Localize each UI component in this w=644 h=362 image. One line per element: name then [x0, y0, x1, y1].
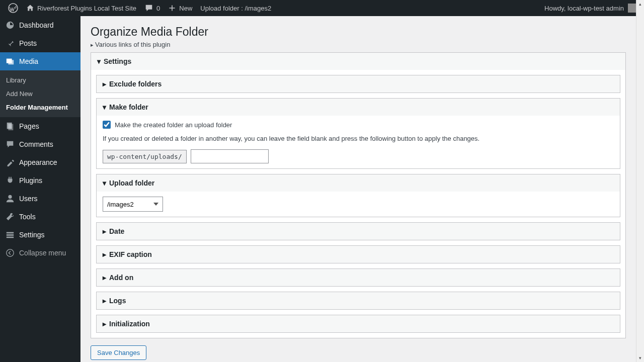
comments-label: Comments	[19, 140, 53, 148]
comment-icon	[144, 4, 153, 13]
howdy-text[interactable]: Howdy, local-wp-test admin	[544, 5, 624, 12]
make-folder-title: Make folder	[109, 103, 148, 111]
svg-rect-8	[7, 237, 14, 238]
chevron-right-icon: ▸	[103, 80, 106, 88]
exclude-folders-title: Exclude folders	[109, 80, 162, 88]
pin-icon	[5, 38, 15, 48]
settings-header[interactable]: ▾ Settings	[91, 53, 625, 70]
date-title: Date	[109, 227, 124, 235]
wp-logo[interactable]	[4, 0, 22, 16]
exclude-folders-panel: ▸ Exclude folders	[96, 75, 620, 93]
sidebar-item-plugins[interactable]: Plugins	[0, 171, 80, 190]
sidebar-item-pages[interactable]: Pages	[0, 117, 80, 135]
sidebar-item-tools[interactable]: Tools	[0, 208, 80, 226]
wordpress-icon	[8, 3, 18, 13]
addon-panel: ▸ Add on	[96, 268, 620, 287]
chevron-right-icon: ▸	[103, 274, 106, 282]
upload-folder-select[interactable]: /images2	[103, 197, 163, 212]
addon-header[interactable]: ▸ Add on	[97, 269, 620, 286]
media-icon	[5, 56, 15, 66]
settings-icon	[5, 230, 15, 240]
date-header[interactable]: ▸ Date	[97, 223, 620, 240]
plus-icon	[168, 4, 176, 12]
new-folder-name-input[interactable]	[191, 149, 269, 163]
scroll-down-icon[interactable]: ▾	[636, 354, 644, 362]
make-upload-folder-checkbox[interactable]	[103, 121, 111, 129]
site-name-link[interactable]: Riverforest Plugins Local Test Site	[22, 0, 140, 16]
submenu-library[interactable]: Library	[0, 73, 80, 87]
init-panel: ▸ Initialization	[96, 315, 620, 333]
chevron-right-icon: ▸	[103, 227, 106, 235]
chevron-right-icon: ▸	[103, 320, 106, 328]
upload-folder-indicator[interactable]: Upload folder : /images2	[196, 0, 275, 16]
appearance-label: Appearance	[19, 158, 57, 166]
chevron-down-icon: ▾	[103, 179, 106, 187]
sidebar-item-settings[interactable]: Settings	[0, 226, 80, 244]
exif-header[interactable]: ▸ EXIF caption	[97, 246, 620, 263]
chevron-down-icon: ▾	[103, 103, 106, 111]
svg-rect-7	[7, 234, 14, 236]
chevron-down-icon: ▾	[97, 57, 101, 65]
make-upload-folder-label: Make the created folder an upload folder	[115, 121, 232, 129]
posts-label: Posts	[19, 39, 37, 47]
upload-folder-panel: ▾ Upload folder /images2	[96, 174, 620, 217]
exclude-folders-header[interactable]: ▸ Exclude folders	[97, 75, 620, 93]
scrollbar[interactable]: ▴ ▾	[636, 0, 644, 362]
pages-icon	[5, 121, 15, 131]
sidebar-item-posts[interactable]: Posts	[0, 34, 80, 52]
upload-folder-title: Upload folder	[109, 179, 154, 187]
dashboard-icon	[5, 20, 15, 30]
comments-count: 0	[156, 5, 160, 12]
collapse-icon	[5, 248, 15, 258]
new-link[interactable]: New	[164, 0, 196, 16]
make-folder-header[interactable]: ▾ Make folder	[97, 99, 620, 116]
logs-panel: ▸ Logs	[96, 292, 620, 310]
comments-icon	[5, 139, 15, 149]
make-folder-description: If you created or deleted a folder in an…	[103, 135, 614, 142]
svg-point-5	[8, 195, 12, 199]
sidebar-item-comments[interactable]: Comments	[0, 135, 80, 153]
plugins-label: Plugins	[19, 176, 42, 185]
plugin-links[interactable]: Various links of this plugin	[91, 41, 626, 48]
users-icon	[5, 194, 15, 204]
plugins-icon	[5, 175, 15, 186]
admin-bar: Riverforest Plugins Local Test Site 0 Ne…	[0, 0, 644, 16]
comments-link[interactable]: 0	[140, 0, 164, 16]
page-title: Organize Media Folder	[91, 25, 626, 39]
media-label: Media	[19, 57, 38, 65]
tools-label: Tools	[19, 213, 36, 221]
sidebar-item-users[interactable]: Users	[0, 190, 80, 208]
media-submenu: Library Add New Folder Management	[0, 70, 80, 117]
chevron-right-icon: ▸	[103, 250, 106, 258]
upload-folder-label: Upload folder : /images2	[200, 5, 271, 12]
upload-folder-header[interactable]: ▾ Upload folder	[97, 174, 620, 192]
init-title: Initialization	[109, 320, 150, 328]
sidebar-item-dashboard[interactable]: Dashboard	[0, 16, 80, 34]
addon-title: Add on	[109, 274, 133, 282]
users-label: Users	[19, 195, 38, 203]
sidebar-collapse[interactable]: Collapse menu	[0, 244, 80, 262]
exif-title: EXIF caption	[109, 250, 152, 258]
dashboard-label: Dashboard	[19, 21, 54, 29]
logs-title: Logs	[109, 297, 126, 305]
chevron-right-icon: ▸	[103, 297, 106, 305]
submenu-folder-mgmt[interactable]: Folder Management	[0, 101, 80, 114]
sidebar-item-media[interactable]: Media	[0, 52, 80, 70]
init-header[interactable]: ▸ Initialization	[97, 315, 620, 332]
svg-rect-4	[8, 124, 13, 131]
settings-label: Settings	[19, 231, 45, 239]
exif-panel: ▸ EXIF caption	[96, 245, 620, 263]
date-panel: ▸ Date	[96, 222, 620, 240]
scroll-up-icon[interactable]: ▴	[636, 0, 644, 8]
logs-header[interactable]: ▸ Logs	[97, 292, 620, 309]
settings-title: Settings	[104, 57, 131, 65]
submenu-add-new[interactable]: Add New	[0, 87, 80, 101]
settings-panel: ▾ Settings ▸ Exclude folders ▾ Make fold…	[91, 52, 626, 338]
main-content: Organize Media Folder Various links of t…	[80, 16, 636, 362]
appearance-icon	[5, 157, 15, 167]
sidebar-item-appearance[interactable]: Appearance	[0, 153, 80, 171]
save-changes-button[interactable]: Save Changes	[91, 345, 146, 360]
svg-rect-6	[7, 232, 14, 234]
uploads-path-prefix: wp-content/uploads/	[103, 150, 187, 163]
pages-label: Pages	[19, 122, 39, 130]
